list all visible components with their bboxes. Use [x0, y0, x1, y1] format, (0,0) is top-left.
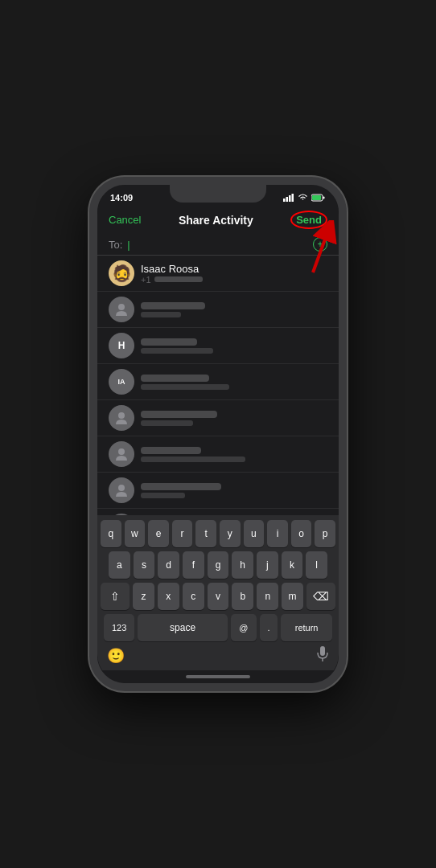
key-n[interactable]: n — [257, 583, 278, 610]
avatar: IA — [109, 369, 134, 395]
key-d[interactable]: d — [158, 551, 179, 579]
key-m[interactable]: m — [282, 583, 303, 610]
delete-key[interactable]: ⌫ — [306, 583, 335, 610]
key-t[interactable]: t — [195, 520, 216, 547]
to-field[interactable]: To: | + — [97, 234, 339, 256]
list-item[interactable] — [97, 292, 339, 328]
contact-info — [141, 302, 327, 317]
home-bar — [186, 675, 250, 678]
cancel-button[interactable]: Cancel — [109, 214, 141, 226]
contact-list: 🧔 Isaac Roosa +1 — [97, 256, 339, 515]
avatar — [109, 297, 134, 322]
contact-info — [141, 338, 327, 354]
key-r[interactable]: r — [172, 520, 193, 547]
keyboard-bottom-row: 123 space @ . return — [101, 614, 335, 641]
key-c[interactable]: c — [183, 583, 204, 610]
key-g[interactable]: g — [208, 551, 229, 579]
key-b[interactable]: b — [232, 583, 253, 610]
contact-info: Isaac Roosa +1 — [141, 263, 327, 285]
list-item[interactable] — [97, 436, 339, 473]
avatar — [109, 441, 134, 467]
key-w[interactable]: w — [125, 520, 146, 547]
key-q[interactable]: q — [101, 520, 121, 547]
nav-bar: Cancel Share Activity Send — [97, 207, 339, 234]
page-title: Share Activity — [179, 214, 253, 227]
svg-rect-13 — [320, 646, 325, 656]
key-i[interactable]: i — [267, 520, 288, 547]
contact-detail: +1 — [141, 275, 327, 285]
space-key[interactable]: space — [138, 614, 228, 641]
key-h[interactable]: h — [232, 551, 253, 579]
shift-key[interactable]: ⇧ — [101, 583, 130, 610]
contact-info — [141, 483, 327, 498]
key-j[interactable]: j — [257, 551, 278, 579]
at-key[interactable]: @ — [231, 614, 257, 641]
emoji-key[interactable]: 🙂 — [107, 647, 125, 665]
signal-icon — [283, 194, 294, 202]
period-key[interactable]: . — [260, 614, 278, 641]
list-item[interactable] — [97, 473, 339, 509]
key-v[interactable]: v — [208, 583, 229, 610]
key-p[interactable]: p — [315, 520, 335, 547]
status-icons — [283, 194, 326, 202]
list-item[interactable]: H — [97, 328, 339, 364]
keyboard-row-1: q w e r t y u i o p — [101, 520, 335, 547]
keyboard: q w e r t y u i o p a s d f g h j k — [97, 515, 339, 670]
svg-point-11 — [118, 448, 125, 455]
avatar: 🧔 — [109, 260, 134, 286]
svg-point-9 — [118, 304, 125, 310]
key-s[interactable]: s — [134, 551, 155, 579]
svg-rect-0 — [283, 199, 286, 202]
to-label: To: — [109, 239, 122, 251]
contact-info — [141, 411, 327, 426]
key-u[interactable]: u — [244, 520, 265, 547]
return-key[interactable]: return — [281, 614, 332, 641]
to-input-cursor: | — [127, 239, 130, 251]
svg-rect-2 — [289, 195, 291, 202]
send-button[interactable]: Send — [290, 211, 327, 229]
svg-point-12 — [118, 485, 125, 491]
contact-name: Isaac Roosa — [141, 263, 327, 275]
status-time: 14:09 — [110, 193, 133, 203]
keyboard-extras-row: 🙂 — [101, 645, 335, 669]
key-x[interactable]: x — [158, 583, 179, 610]
microphone-key[interactable] — [316, 646, 329, 665]
list-item[interactable]: M — [97, 509, 339, 515]
key-e[interactable]: e — [148, 520, 169, 547]
avatar — [109, 477, 134, 503]
avatar: H — [109, 333, 134, 358]
add-recipient-button[interactable]: + — [313, 237, 327, 252]
battery-icon — [311, 194, 326, 202]
list-item[interactable]: IA — [97, 364, 339, 400]
svg-rect-3 — [292, 194, 294, 202]
contact-info — [141, 447, 327, 462]
key-z[interactable]: z — [133, 583, 154, 610]
key-o[interactable]: o — [291, 520, 312, 547]
key-k[interactable]: k — [282, 551, 303, 579]
key-f[interactable]: f — [183, 551, 204, 579]
wifi-icon — [298, 194, 308, 202]
key-a[interactable]: a — [109, 551, 130, 579]
key-l[interactable]: l — [306, 551, 327, 579]
list-item[interactable] — [97, 400, 339, 436]
list-item[interactable]: 🧔 Isaac Roosa +1 — [97, 256, 339, 292]
svg-point-10 — [118, 412, 125, 419]
svg-rect-5 — [323, 197, 325, 199]
svg-rect-6 — [312, 195, 321, 200]
notch — [170, 185, 266, 203]
numbers-key[interactable]: 123 — [104, 614, 134, 641]
keyboard-row-3: ⇧ z x c v b n m ⌫ — [101, 583, 335, 610]
svg-rect-1 — [286, 197, 289, 202]
phone-frame: 14:09 — [89, 177, 347, 691]
home-indicator — [97, 670, 339, 683]
contact-info — [141, 375, 327, 390]
key-y[interactable]: y — [220, 520, 241, 547]
keyboard-row-2: a s d f g h j k l — [101, 551, 335, 579]
avatar — [109, 405, 134, 431]
